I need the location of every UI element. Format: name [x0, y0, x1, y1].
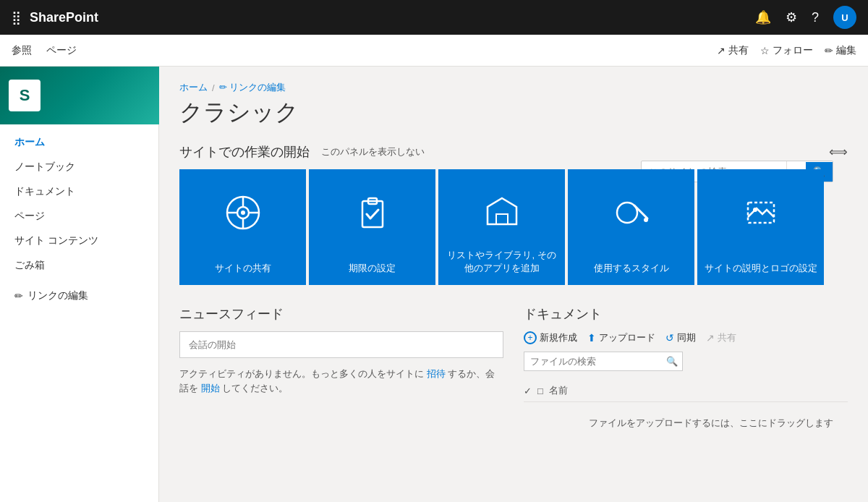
- palette-icon: [610, 191, 653, 234]
- breadcrumb-separator: /: [212, 82, 215, 93]
- card-set-deadline[interactable]: 期限の設定: [309, 169, 435, 285]
- svg-rect-10: [496, 214, 508, 224]
- newsfeed-message: アクティビティがありません。もっと多くの人をサイトに 招待 するか、会話を 開始…: [179, 367, 503, 395]
- getting-started-title: サイトでの作業の開始: [179, 143, 310, 161]
- svg-point-15: [753, 208, 757, 212]
- house-hex-icon: [480, 191, 524, 234]
- svg-point-2: [241, 210, 245, 215]
- top-bar: ⣿ SharePoint 🔔 ⚙ ? U: [0, 0, 868, 35]
- share-button: ↗ 共有: [706, 331, 736, 344]
- sidebar-item-site-contents[interactable]: サイト コンテンツ: [0, 229, 158, 253]
- nav-item-page[interactable]: ページ: [46, 44, 77, 57]
- doc-list-header: ✓ □ 名前: [524, 380, 848, 402]
- upload-icon: ⬆: [587, 332, 596, 344]
- doc-search: 🔍: [524, 352, 683, 371]
- card-site-desc[interactable]: サイトの説明とロゴの設定: [697, 169, 824, 285]
- sidebar-item-documents[interactable]: ドキュメント: [0, 179, 158, 204]
- hide-panel-button[interactable]: このパネルを表示しない: [321, 145, 425, 158]
- new-doc-button[interactable]: + 新規作成: [524, 331, 577, 344]
- doc-toolbar: + 新規作成 ⬆ アップロード ↺ 同期 ↗ 共: [524, 331, 848, 344]
- settings-icon[interactable]: ⚙: [786, 9, 797, 25]
- newsfeed-input[interactable]: [179, 331, 503, 358]
- edit-link-icon: ✏: [14, 290, 23, 302]
- card-style[interactable]: 使用するスタイル: [568, 169, 694, 285]
- doc-empty-message: ファイルをアップロードするには、ここにドラッグします: [524, 417, 848, 430]
- doc-search-input[interactable]: [524, 352, 662, 370]
- start-conversation-link[interactable]: 開始: [201, 383, 220, 393]
- documents-section: ドキュメント + 新規作成 ⬆ アップロード ↺ 同期: [524, 305, 848, 430]
- follow-action[interactable]: ☆ フォロー: [760, 44, 813, 57]
- main-layout: S ホーム ノートブック ドキュメント ページ サイト コンテンツ ごみ箱 ✏ …: [0, 67, 868, 502]
- content-wrapper: ▼ 🔍 ホーム / ✏ リンクの編集 クラシック サイトでの作業の開始 このパネ…: [179, 81, 848, 430]
- secondary-nav: 参照 ページ ↗ 共有 ☆ フォロー ✏ 編集: [0, 35, 868, 67]
- invite-link[interactable]: 招待: [427, 368, 446, 379]
- card-style-label: 使用するスタイル: [588, 262, 675, 275]
- sync-button[interactable]: ↺ 同期: [665, 331, 696, 344]
- sidebar-item-notebook[interactable]: ノートブック: [0, 155, 158, 179]
- top-bar-left: ⣿ SharePoint: [12, 9, 98, 25]
- newsfeed-title: ニュースフィード: [179, 305, 503, 323]
- left-sidebar: S ホーム ノートブック ドキュメント ページ サイト コンテンツ ごみ箱 ✏ …: [0, 67, 159, 502]
- newsfeed-section: ニュースフィード アクティビティがありません。もっと多くの人をサイトに 招待 す…: [179, 305, 503, 430]
- top-bar-right: 🔔 ⚙ ? U: [755, 6, 856, 29]
- bottom-row: ニュースフィード アクティビティがありません。もっと多くの人をサイトに 招待 す…: [179, 305, 848, 430]
- nav-item-browse[interactable]: 参照: [12, 44, 32, 57]
- page-title: クラシック: [179, 97, 848, 129]
- svg-marker-9: [488, 198, 516, 224]
- svg-rect-7: [362, 201, 383, 227]
- breadcrumb: ホーム / ✏ リンクの編集: [179, 81, 848, 94]
- share-doc-icon: ↗: [706, 332, 715, 344]
- sidebar-nav: ホーム ノートブック ドキュメント ページ サイト コンテンツ ごみ箱 ✏ リン…: [0, 124, 158, 314]
- sidebar-item-pages[interactable]: ページ: [0, 204, 158, 229]
- card-deadline-label: 期限の設定: [343, 262, 401, 275]
- doc-check-col: ✓: [524, 386, 532, 396]
- doc-file-col: □: [537, 386, 543, 396]
- card-add-apps[interactable]: リストやライブラリ, その他のアプリを追加: [438, 169, 565, 285]
- site-title: SharePoint: [30, 10, 98, 25]
- add-icon: +: [524, 331, 537, 344]
- sidebar-item-trash[interactable]: ごみ箱: [0, 253, 158, 278]
- sidebar-item-home[interactable]: ホーム: [0, 130, 158, 155]
- cards-row: サイトの共有 期限の設定: [179, 169, 848, 285]
- breadcrumb-home[interactable]: ホーム: [179, 81, 208, 94]
- edit-action[interactable]: ✏ 編集: [825, 44, 856, 57]
- secondary-nav-right: ↗ 共有 ☆ フォロー ✏ 編集: [717, 44, 856, 57]
- doc-name-col: 名前: [549, 384, 568, 397]
- share-icon: ↗: [717, 45, 726, 56]
- documents-title: ドキュメント: [524, 305, 848, 323]
- pencil-icon: ✏: [825, 45, 833, 56]
- scroll-arrows[interactable]: ⟺: [829, 144, 848, 160]
- doc-search-icon[interactable]: 🔍: [662, 352, 682, 370]
- share-action[interactable]: ↗ 共有: [717, 44, 749, 57]
- upload-button[interactable]: ⬆ アップロード: [587, 331, 655, 344]
- svg-point-13: [644, 218, 648, 222]
- share-site-icon: [221, 191, 265, 234]
- app-launcher-icon[interactable]: ⣿: [12, 9, 21, 25]
- clipboard-icon: [351, 191, 394, 234]
- sidebar-edit-link[interactable]: ✏ リンクの編集: [0, 284, 158, 308]
- star-icon: ☆: [760, 45, 770, 56]
- card-site-desc-label: サイトの説明とロゴの設定: [699, 262, 823, 275]
- help-icon[interactable]: ?: [812, 10, 819, 25]
- card-share-site-label: サイトの共有: [209, 262, 277, 275]
- secondary-nav-left: 参照 ページ: [12, 44, 77, 57]
- getting-started-header: サイトでの作業の開始 このパネルを表示しない ⟺: [179, 143, 848, 161]
- avatar[interactable]: U: [833, 6, 856, 29]
- notification-icon[interactable]: 🔔: [755, 9, 771, 25]
- breadcrumb-edit-link[interactable]: ✏ リンクの編集: [219, 81, 286, 94]
- card-share-site[interactable]: サイトの共有: [179, 169, 306, 285]
- content-area: ▼ 🔍 ホーム / ✏ リンクの編集 クラシック サイトでの作業の開始 このパネ…: [159, 67, 868, 502]
- image-icon: [739, 191, 783, 234]
- sync-icon: ↺: [665, 332, 674, 344]
- site-logo: S: [0, 67, 159, 124]
- site-logo-icon: S: [9, 80, 41, 111]
- card-add-apps-label: リストやライブラリ, その他のアプリを追加: [438, 249, 565, 275]
